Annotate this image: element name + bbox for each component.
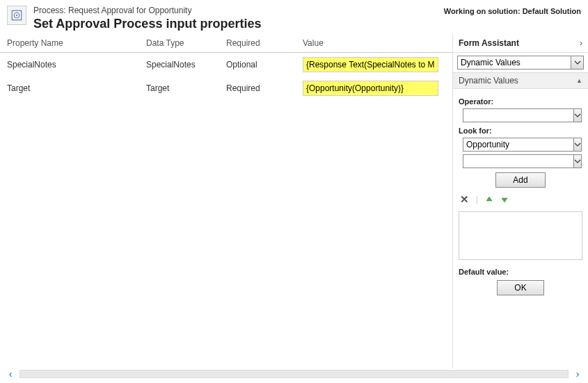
operator-select[interactable]: [463, 108, 574, 122]
table-row: SpecialNotes SpecialNotes Optional: [0, 53, 452, 77]
look-for-field-select[interactable]: [463, 154, 574, 168]
col-required: Required: [219, 34, 296, 53]
prop-name-cell: SpecialNotes: [0, 53, 139, 77]
chevron-right-icon[interactable]: ›: [580, 38, 582, 48]
value-input-target[interactable]: [303, 81, 438, 96]
horizontal-scrollbar[interactable]: ‹ ›: [4, 368, 584, 380]
scroll-left-icon[interactable]: ‹: [4, 368, 17, 380]
prop-required-cell: Optional: [219, 53, 296, 77]
col-property-name: Property Name: [0, 34, 139, 53]
collapse-icon[interactable]: ▲: [576, 77, 582, 84]
dropdown-toggle-button[interactable]: [574, 138, 582, 152]
scroll-track[interactable]: [19, 370, 569, 378]
properties-table: Property Name Data Type Required Value S…: [0, 34, 452, 100]
process-name: Process: Request Approval for Opportunit…: [33, 6, 444, 15]
separator: |: [476, 195, 478, 204]
ok-button[interactable]: OK: [497, 280, 543, 295]
move-up-icon[interactable]: [485, 195, 493, 204]
form-assistant-title: Form Assistant: [459, 38, 519, 48]
svg-point-2: [16, 15, 17, 16]
scroll-right-icon[interactable]: ›: [571, 368, 584, 380]
page-title: Set Approval Process input properties: [33, 17, 444, 31]
look-for-label: Look for:: [459, 127, 582, 135]
prop-type-cell: Target: [139, 76, 219, 100]
form-assistant-panel: Form Assistant › Dynamic Values ▲ Operat…: [452, 34, 588, 368]
dynamic-values-select[interactable]: [457, 56, 571, 70]
working-solution: Working on solution: Default Solution: [444, 6, 581, 15]
prop-name-cell: Target: [0, 76, 139, 100]
table-row: Target Target Required: [0, 76, 452, 100]
col-data-type: Data Type: [139, 34, 219, 53]
move-down-icon[interactable]: [500, 195, 509, 204]
col-value: Value: [296, 34, 452, 53]
operator-label: Operator:: [459, 97, 582, 106]
prop-type-cell: SpecialNotes: [139, 53, 219, 77]
dropdown-toggle-button[interactable]: [574, 154, 582, 168]
look-for-entity-select[interactable]: [463, 138, 574, 152]
default-value-label: Default value:: [459, 268, 582, 276]
prop-required-cell: Required: [219, 76, 296, 100]
value-input-specialnotes[interactable]: [303, 57, 438, 72]
dropdown-toggle-button[interactable]: [571, 56, 584, 70]
dynamic-values-section-title: Dynamic Values: [459, 76, 518, 85]
dropdown-toggle-button[interactable]: [574, 108, 582, 122]
add-button[interactable]: Add: [495, 172, 545, 188]
delete-icon[interactable]: ✕: [460, 193, 469, 206]
process-icon: [7, 6, 26, 25]
values-listbox[interactable]: [459, 211, 582, 260]
